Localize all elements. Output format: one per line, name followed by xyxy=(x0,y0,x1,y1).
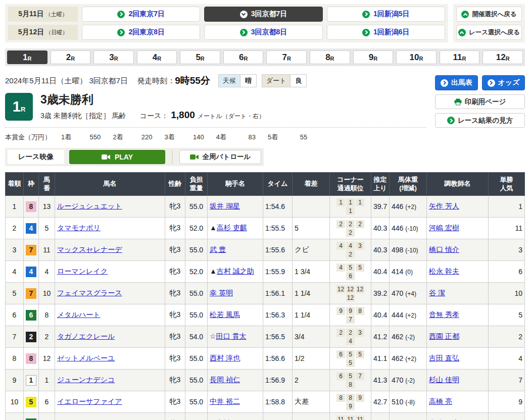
horse-name-link[interactable]: メタルハート xyxy=(57,310,101,319)
race-tab[interactable]: 12 R xyxy=(483,50,523,64)
jockey-name-link[interactable]: 坂井 瑠星 xyxy=(210,202,240,210)
prize-amount: 55 xyxy=(286,133,307,141)
chevron-right-circle-icon xyxy=(117,29,125,36)
horse-weight-value: 498 xyxy=(392,246,403,254)
race-tab[interactable]: 11 R xyxy=(440,50,480,64)
race-conditions-line: 3歳 未勝利牝［指定］ 馬齢 コース： 1,800 メートル（ダート・右） xyxy=(40,110,265,121)
jockey-cell: 中井 裕二 xyxy=(208,391,263,413)
corner-position: 8 xyxy=(346,394,355,402)
entries-button[interactable]: 出馬表 xyxy=(435,75,478,90)
race-tab[interactable]: 2 R xyxy=(51,50,91,64)
jockey-name-link[interactable]: 西村 淳也 xyxy=(210,354,240,362)
trainer-name-link[interactable]: 松永 幹夫 xyxy=(429,267,459,275)
jockey-name-link[interactable]: 幸 英明 xyxy=(210,289,233,297)
margin-cell: 2 xyxy=(293,370,330,391)
header-carried-weight: 負担 重量 xyxy=(185,173,208,196)
jockey-cell: 武 豊 xyxy=(208,239,263,261)
jockey-name-link[interactable]: 長岡 禎仁 xyxy=(210,376,240,384)
horse-name-link[interactable]: ルージュシュエット xyxy=(57,202,122,210)
race-tab[interactable]: 3 R xyxy=(93,50,134,64)
patrol-video-button[interactable]: 全周パトロール xyxy=(179,150,261,164)
trainer-name-link[interactable]: 橋口 慎介 xyxy=(429,245,459,253)
meeting-button-tokyo7[interactable]: 2回東京7日 xyxy=(82,7,200,22)
margin-cell: 1 3/4 xyxy=(293,261,330,283)
horse-name-link[interactable]: タマモナポリ xyxy=(57,224,101,232)
finish-position-cell: 6 xyxy=(6,304,24,326)
trainer-name-link[interactable]: 河嶋 宏樹 xyxy=(429,224,459,232)
print-page-button[interactable]: 印刷用ページ xyxy=(435,94,525,109)
jockey-name-link[interactable]: 武 豊 xyxy=(210,245,226,253)
corner-position: 2 xyxy=(346,250,355,258)
trainer-name-link[interactable]: 吉田 直弘 xyxy=(429,354,459,362)
trainer-name-link[interactable]: 谷 潔 xyxy=(429,289,445,297)
chevron-right-circle-icon xyxy=(488,79,495,87)
sex-age-cell: 牝3 xyxy=(165,348,185,370)
chevron-right-circle-icon xyxy=(362,29,370,36)
margin-cell: クビ xyxy=(293,239,330,261)
race-tab[interactable]: 4 R xyxy=(137,50,177,64)
trainer-cell: 杉山 佳明 xyxy=(427,370,489,391)
horse-name-link[interactable]: フェイマスグラース xyxy=(57,289,122,297)
race-tab[interactable]: 8 R xyxy=(310,50,350,64)
horse-weight-diff: (+2) xyxy=(405,312,416,319)
race-tab[interactable]: 10 R xyxy=(396,50,437,64)
race-tab-number: 12 xyxy=(496,52,506,63)
back-to-race-select-button[interactable]: レース選択へ戻る xyxy=(456,25,522,40)
race-tab-suffix: R xyxy=(506,56,510,62)
odds-button-label: オッズ xyxy=(498,78,520,87)
trainer-name-link[interactable]: 矢作 芳人 xyxy=(429,202,459,210)
jockey-name-link[interactable]: 松若 風馬 xyxy=(210,310,240,319)
play-button[interactable]: PLAY xyxy=(69,150,165,164)
meeting-button-niigata6[interactable]: 1回新潟6日 xyxy=(327,25,445,40)
jockey-name-link[interactable]: 高杉 吏麒 xyxy=(217,224,247,232)
jockey-name-link[interactable]: 田口 貫太 xyxy=(216,332,247,340)
weekday-text: （日曜） xyxy=(45,29,68,36)
course-type: メートル（ダート・右） xyxy=(198,112,265,121)
meeting-button-kyoto8[interactable]: 3回京都8日 xyxy=(204,25,322,40)
frame-number-badge: 5 xyxy=(26,397,36,407)
header-horse-name: 馬名 xyxy=(55,173,165,196)
meeting-button-tokyo8[interactable]: 2回東京8日 xyxy=(82,25,200,40)
corner-positions-cell: 4556 xyxy=(330,261,371,283)
race-number-badge: 1 R xyxy=(5,93,33,121)
corner-positions-cell: 4432 xyxy=(330,239,371,261)
horse-weight-value: 414 xyxy=(392,268,403,276)
horse-name-link[interactable]: ゼットメルベーユ xyxy=(57,354,115,362)
jockey-name-link[interactable]: 吉村 誠之助 xyxy=(217,267,254,275)
corner-position: 2 xyxy=(356,220,364,228)
meeting-button-niigata5[interactable]: 1回新潟5日 xyxy=(327,7,445,22)
frame-number-badge: 8 xyxy=(26,353,36,364)
corner-position: 8 xyxy=(356,307,364,315)
win-favorite-cell: 3 xyxy=(489,239,525,261)
back-to-meeting-select-button[interactable]: 開催選択へ戻る xyxy=(456,7,522,22)
horse-name-link[interactable]: ジューンナデシコ xyxy=(57,376,115,384)
trainer-name-link[interactable]: 高橋 亮 xyxy=(429,397,452,405)
trainer-name-link[interactable]: 杉山 佳明 xyxy=(429,376,459,384)
horse-name-link[interactable]: イエローサファイア xyxy=(57,397,122,405)
jockey-name-link[interactable]: 中井 裕二 xyxy=(210,397,240,405)
trainer-name-link[interactable]: 西園 正都 xyxy=(429,332,459,340)
last-3f-cell: 41.3 xyxy=(371,370,390,391)
result-row: 3 7 11 マックスセレナーデ 牝3 55.0 武 豊 1:55.6 クビ 4… xyxy=(6,239,525,261)
time-cell: 1:55.5 xyxy=(263,218,293,239)
race-tab[interactable]: 9 R xyxy=(353,50,394,64)
horse-name-link[interactable]: マックスセレナーデ xyxy=(57,245,122,253)
meeting-button-label: 1回新潟5日 xyxy=(373,10,410,19)
horse-name-link[interactable]: タガノエクレール xyxy=(57,332,115,340)
race-tab[interactable]: 1 R xyxy=(7,50,47,64)
horse-weight-value: 470 xyxy=(392,376,403,384)
race-tab[interactable]: 5 R xyxy=(180,50,220,64)
last-3f-cell: 42.5 xyxy=(371,413,390,420)
trainer-name-link[interactable]: 音無 秀孝 xyxy=(429,310,459,319)
horse-name-link[interactable]: ローマンレイク xyxy=(57,267,108,275)
results-guide-button[interactable]: レース結果の見方 xyxy=(435,113,525,128)
results-table-header: 着順 枠 馬 番 馬名 性齢 負担 重量 騎手名 タイム 着差 コーナー 通過順… xyxy=(6,173,525,196)
odds-button[interactable]: オッズ xyxy=(482,75,525,90)
corner-position: 8 xyxy=(346,381,355,389)
header-finish-position: 着順 xyxy=(6,173,24,196)
start-time-label: 発走時刻： xyxy=(137,76,175,86)
race-tab[interactable]: 6 R xyxy=(223,50,264,64)
meeting-button-kyoto7-selected[interactable]: 3回京都7日 xyxy=(204,7,322,22)
race-tab[interactable]: 7 R xyxy=(266,50,307,64)
meeting-buttons-panel: 5月11日 （土曜） 2回東京7日 3回京都7日 1回新潟5日 xyxy=(5,4,448,42)
